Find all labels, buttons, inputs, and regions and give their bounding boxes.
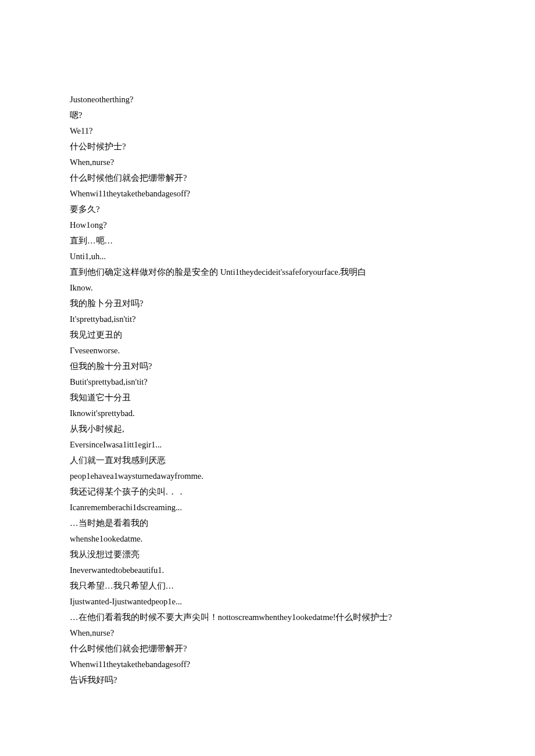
text-line: 什么时候他们就会把绷带解开? — [70, 641, 465, 657]
text-line: How1ong? — [70, 217, 465, 233]
text-line: Icanrememberachi1dscreaming... — [70, 500, 465, 515]
text-line: 直到他们确定这样做对你的脸是安全的 Unti1theydecideit'ssaf… — [70, 264, 465, 280]
text-line: 但我的脸十分丑对吗? — [70, 359, 465, 374]
text-line: Butit'sprettybad,isn'tit? — [70, 374, 465, 390]
text-line: It'sprettybad,isn'tit? — [70, 311, 465, 327]
text-line: peop1ehavea1waysturnedawayfromme. — [70, 468, 465, 484]
text-line: When,nurse? — [70, 625, 465, 641]
document-page: Justoneotherthing? 嗯? We11? 什公时候护士? When… — [0, 0, 535, 734]
text-line: Whenwi11theytakethebandagesoff? — [70, 657, 465, 672]
text-line: 从我小时候起, — [70, 421, 465, 437]
text-line: EversinceIwasa1itt1egir1... — [70, 437, 465, 453]
text-line: 嗯? — [70, 108, 465, 123]
text-line: Iknowit'sprettybad. — [70, 406, 465, 421]
text-line: We11? — [70, 123, 465, 139]
text-line: 直到…呃… — [70, 233, 465, 249]
text-line: 什么时候他们就会把绷带解开? — [70, 170, 465, 186]
text-line: 告诉我好吗? — [70, 672, 465, 688]
text-line: Ineverwantedtobebeautifu1. — [70, 562, 465, 578]
text-line: 我的脸卜分丑对吗? — [70, 296, 465, 311]
text-line: 什公时候护士? — [70, 139, 465, 155]
text-line: 要多久? — [70, 202, 465, 217]
text-line: 我还记得某个孩子的尖叫.．． — [70, 484, 465, 500]
text-line: Гveseenworse. — [70, 343, 465, 359]
text-line: 我只希望…我只希望人们… — [70, 578, 465, 594]
text-line: Ijustwanted-Ijustwantedpeop1e... — [70, 594, 465, 610]
text-line: 我知道它十分丑 — [70, 390, 465, 406]
text-line: Unti1,uh... — [70, 249, 465, 264]
text-line: When,nurse? — [70, 155, 465, 170]
text-line: …在他们看着我的时候不要大声尖叫！nottoscreamwhenthey1ook… — [70, 610, 465, 625]
text-line: Whenwi11theytakethebandagesoff? — [70, 186, 465, 202]
text-line: 人们就一直对我感到厌恶 — [70, 453, 465, 468]
text-line: 我见过更丑的 — [70, 327, 465, 343]
text-line: whenshe1ookedatme. — [70, 531, 465, 547]
text-line: 我从没想过要漂亮 — [70, 547, 465, 562]
text-line: …当时她是看着我的 — [70, 515, 465, 531]
text-line: Justoneotherthing? — [70, 92, 465, 108]
text-line: Iknow. — [70, 280, 465, 296]
